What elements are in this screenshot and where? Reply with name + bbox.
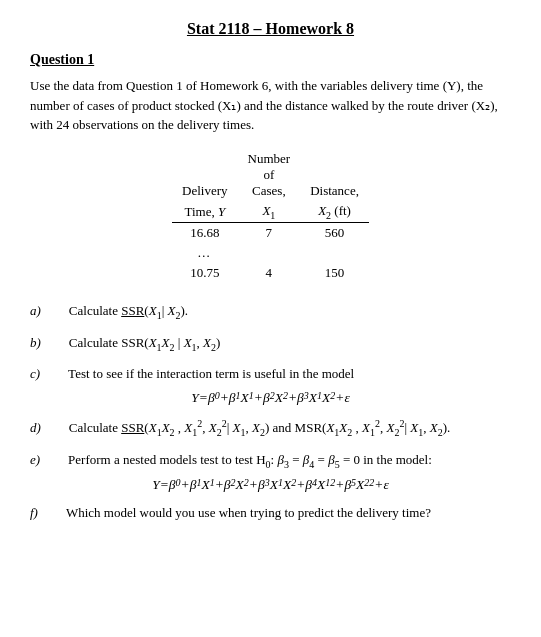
section-b-label: b) <box>30 335 47 350</box>
section-d: d) Calculate SSR(X1X2 , X12, X22| X1, X2… <box>30 416 511 440</box>
section-c-text: Test to see if the interaction term is u… <box>68 366 354 381</box>
section-a: a) Calculate SSR(X1| X2). <box>30 301 511 323</box>
col-delivery-subheader: Time, Y <box>172 201 237 223</box>
cell-dots: … <box>172 243 237 263</box>
question-label: Question 1 <box>30 52 511 68</box>
section-c: c) Test to see if the interaction term i… <box>30 364 511 406</box>
formula-c: Y = β0 + β1X1 + β2X2 + β3X1X2 + ε <box>30 390 511 406</box>
data-table: Delivery NumberofCases, Distance, Time, … <box>172 149 369 284</box>
col-distance-header: Distance, <box>300 149 369 201</box>
cell-y2: 10.75 <box>172 263 237 283</box>
cell-dots2 <box>238 243 301 263</box>
cell-dots3 <box>300 243 369 263</box>
section-b: b) Calculate SSR(X1X2 | X1, X2) <box>30 333 511 355</box>
section-e-label: e) <box>30 452 47 467</box>
intro-text: Use the data from Question 1 of Homework… <box>30 76 511 135</box>
cell-x1-2: 4 <box>238 263 301 283</box>
section-a-label: a) <box>30 303 47 318</box>
cell-x2-2: 150 <box>300 263 369 283</box>
table-row: 16.68 7 560 <box>172 223 369 244</box>
cell-x1-1: 7 <box>238 223 301 244</box>
cell-x2-1: 560 <box>300 223 369 244</box>
table-row: 10.75 4 150 <box>172 263 369 283</box>
section-f: f) Which model would you use when trying… <box>30 503 511 523</box>
section-e-text: Perform a nested models test to test H0:… <box>68 452 432 467</box>
table-row-dots: … <box>172 243 369 263</box>
section-e: e) Perform a nested models test to test … <box>30 450 511 494</box>
data-table-container: Delivery NumberofCases, Distance, Time, … <box>30 149 511 284</box>
col-distance-subheader: X2 (ft) <box>300 201 369 223</box>
section-d-label: d) <box>30 420 47 435</box>
col-cases-header: NumberofCases, <box>238 149 301 201</box>
col-delivery-header: Delivery <box>172 149 237 201</box>
section-d-text: Calculate SSR(X1X2 , X12, X22| X1, X2) a… <box>69 420 450 435</box>
cell-y1: 16.68 <box>172 223 237 244</box>
section-f-label: f) <box>30 505 44 520</box>
section-b-text: Calculate SSR(X1X2 | X1, X2) <box>69 335 221 350</box>
page-title: Stat 2118 – Homework 8 <box>30 20 511 38</box>
col-cases-subheader: X1 <box>238 201 301 223</box>
section-a-text: Calculate SSR(X1| X2). <box>69 303 188 318</box>
section-f-text: Which model would you use when trying to… <box>66 505 431 520</box>
formula-e: Y = β0 + β1X1 + β2X2 + β3X1X2 + β4X12 + … <box>30 477 511 493</box>
section-c-label: c) <box>30 366 47 381</box>
